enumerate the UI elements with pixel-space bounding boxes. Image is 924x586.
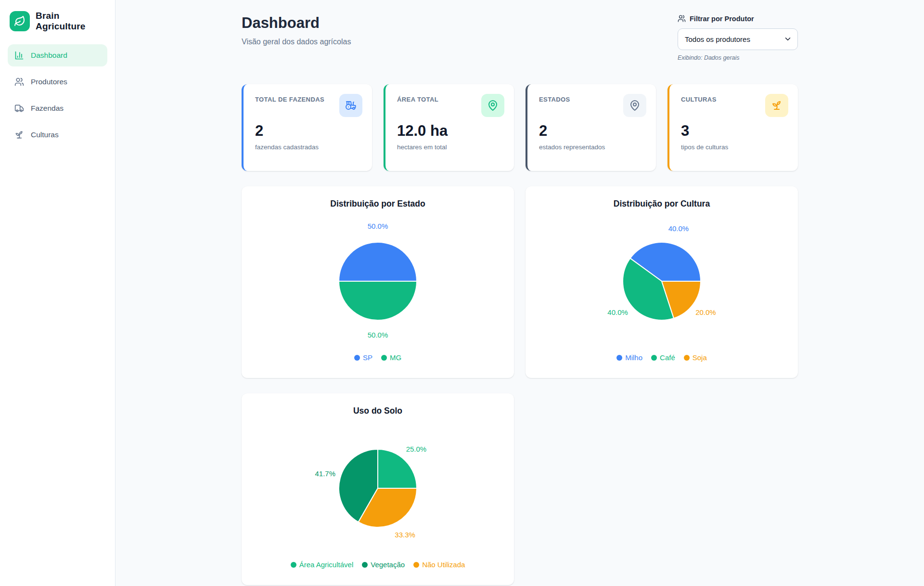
chart-legend: Área AgricultávelVegetaçãoNão Utilizada xyxy=(253,560,502,569)
legend-dot xyxy=(381,355,387,361)
sidebar-item-culturas[interactable]: Culturas xyxy=(8,124,107,146)
brand: Brain Agriculture xyxy=(8,10,107,44)
legend-item: MG xyxy=(381,353,401,362)
filter-label: Filtrar por Produtor xyxy=(690,15,754,23)
sidebar-item-label: Dashboard xyxy=(31,51,67,60)
legend-item: Café xyxy=(651,353,675,362)
main-content: Dashboard Visão geral dos dados agrícola… xyxy=(116,0,924,586)
stat-sublabel: hectares em total xyxy=(397,143,502,151)
sprout-icon xyxy=(14,130,24,140)
chart-title: Uso do Solo xyxy=(253,406,502,416)
app-name: Brain Agriculture xyxy=(36,11,105,32)
stat-sublabel: estados representados xyxy=(539,143,644,151)
legend-label: Café xyxy=(660,353,675,362)
legend-item: Soja xyxy=(684,353,707,362)
legend-dot xyxy=(651,355,657,361)
stat-value: 3 xyxy=(681,122,786,140)
producer-filter: Filtrar por Produtor Todos os produtores… xyxy=(678,14,798,61)
users-icon xyxy=(678,14,686,23)
chart-title: Distribuição por Estado xyxy=(253,199,502,209)
legend-label: Vegetação xyxy=(371,560,405,569)
legend-dot xyxy=(616,355,622,361)
pie-slice-label: 50.0% xyxy=(368,331,388,339)
sidebar-item-label: Culturas xyxy=(31,130,59,139)
pie-slice-label: 25.0% xyxy=(406,445,427,453)
legend-dot xyxy=(362,562,368,568)
stat-sublabel: fazendas cadastradas xyxy=(255,143,360,151)
stat-value: 2 xyxy=(255,122,360,140)
chart-card: Distribuição por Cultura40.0%40.0%20.0%M… xyxy=(526,186,798,378)
legend-label: Milho xyxy=(625,353,642,362)
legend-item: Milho xyxy=(616,353,642,362)
legend-label: SP xyxy=(363,353,372,362)
pie-slice-label: 20.0% xyxy=(695,308,716,316)
legend-dot xyxy=(413,562,419,568)
pie-slice-label: 50.0% xyxy=(368,222,388,230)
legend-label: Soja xyxy=(693,353,707,362)
tractor-icon xyxy=(339,94,362,117)
pie-slice-label: 33.3% xyxy=(395,531,415,539)
chart-legend: MilhoCaféSoja xyxy=(537,353,786,362)
sidebar: Brain Agriculture DashboardProdutoresFaz… xyxy=(0,0,116,586)
chart-card: Uso do Solo25.0%41.7%33.3%Área Agricultá… xyxy=(242,393,514,585)
charts-row-1: Distribuição por Estado50.0%50.0%SPMGDis… xyxy=(242,186,798,378)
producer-select[interactable]: Todos os produtores xyxy=(678,28,798,50)
legend-label: Não Utilizada xyxy=(422,560,465,569)
leaf-icon xyxy=(10,11,30,31)
legend-label: MG xyxy=(390,353,401,362)
pie-slice-label: 41.7% xyxy=(315,469,336,478)
sidebar-item-produtores[interactable]: Produtores xyxy=(8,71,107,93)
sidebar-nav: DashboardProdutoresFazendasCulturas xyxy=(8,44,107,146)
map-pin-icon xyxy=(623,94,646,117)
legend-item: Vegetação xyxy=(362,560,405,569)
legend-label: Área Agricultável xyxy=(299,560,354,569)
stat-card: CULTURAS3tipos de culturas xyxy=(667,84,798,171)
map-pin-icon xyxy=(481,94,504,117)
pie-slice[interactable] xyxy=(378,449,417,488)
legend-item: SP xyxy=(354,353,372,362)
users-icon xyxy=(14,77,24,87)
charts-row-2: Uso do Solo25.0%41.7%33.3%Área Agricultá… xyxy=(242,393,798,585)
page-header: Dashboard Visão geral dos dados agrícola… xyxy=(242,14,798,61)
pie-slice-label: 40.0% xyxy=(668,224,689,233)
pie-slice[interactable] xyxy=(339,242,417,281)
stat-sublabel: tipos de culturas xyxy=(681,143,786,151)
stat-value: 2 xyxy=(539,122,644,140)
stats-grid: TOTAL DE FAZENDAS2fazendas cadastradasÁR… xyxy=(242,84,798,171)
pie-chart: 25.0%41.7%33.3% xyxy=(272,418,484,559)
sidebar-item-label: Produtores xyxy=(31,78,67,86)
page-subtitle: Visão geral dos dados agrícolas xyxy=(242,38,351,46)
truck-icon xyxy=(14,104,24,113)
sprout-icon xyxy=(765,94,788,117)
stat-value: 12.0 ha xyxy=(397,122,502,140)
chart-title: Distribuição por Cultura xyxy=(537,199,786,209)
stat-card: ÁREA TOTAL12.0 hahectares em total xyxy=(384,84,514,171)
bar-chart-icon xyxy=(14,51,24,60)
stat-card: TOTAL DE FAZENDAS2fazendas cadastradas xyxy=(242,84,372,171)
pie-chart: 50.0%50.0% xyxy=(272,211,484,352)
pie-slice-label: 40.0% xyxy=(607,308,628,316)
legend-dot xyxy=(354,355,360,361)
stat-card: ESTADOS2estados representados xyxy=(526,84,656,171)
legend-dot xyxy=(684,355,690,361)
chart-card: Distribuição por Estado50.0%50.0%SPMG xyxy=(242,186,514,378)
legend-item: Não Utilizada xyxy=(413,560,465,569)
chart-legend: SPMG xyxy=(253,353,502,362)
sidebar-item-label: Fazendas xyxy=(31,104,64,113)
legend-item: Área Agricultável xyxy=(291,560,354,569)
filter-note: Exibindo: Dados gerais xyxy=(678,54,798,61)
legend-dot xyxy=(291,562,296,568)
page-title: Dashboard xyxy=(242,14,351,32)
sidebar-item-dashboard[interactable]: Dashboard xyxy=(8,44,107,66)
pie-slice[interactable] xyxy=(339,281,417,320)
pie-chart: 40.0%40.0%20.0% xyxy=(556,211,768,352)
sidebar-item-fazendas[interactable]: Fazendas xyxy=(8,97,107,119)
